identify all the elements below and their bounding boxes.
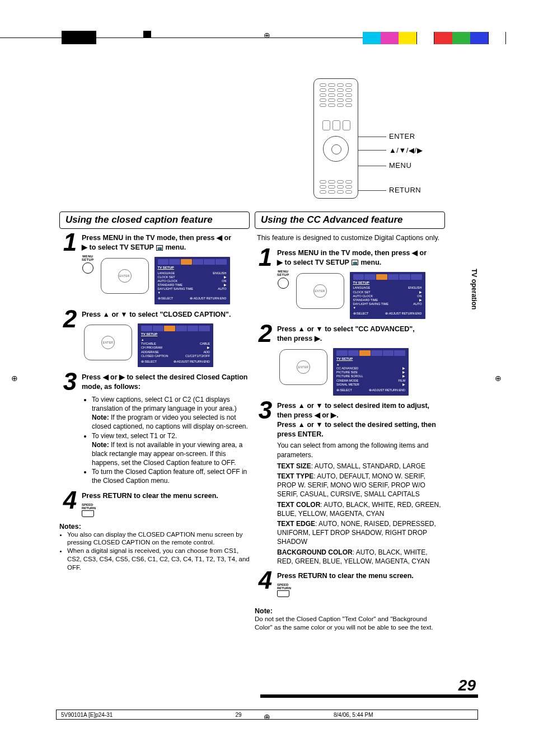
r-step3-l1: Press ▲ or ▼ to select desired item to a… bbox=[277, 402, 429, 419]
note-item: You also can display the CLOSED CAPTION … bbox=[67, 530, 250, 547]
r-step1-text-a: Press MENU in the TV mode, then press ◀ … bbox=[277, 249, 427, 257]
note-text: Do not set the Closed Caption "Text Colo… bbox=[255, 615, 445, 632]
left-step-3: 3 Press ◀ or ▶ to select the desired Clo… bbox=[59, 373, 250, 486]
left-step-1: 1 Press MENU in the TV mode, then press … bbox=[59, 233, 250, 304]
left-section-title: Using the closed caption feature bbox=[59, 212, 250, 229]
r-step1-text-c: menu. bbox=[359, 259, 381, 266]
right-column: Using the CC Advanced feature This featu… bbox=[255, 212, 445, 632]
r-step2-text-a: Press ▲ or ▼ to select "CC ADVANCED", bbox=[277, 325, 415, 333]
step-number: 4 bbox=[255, 568, 276, 593]
step-number: 2 bbox=[59, 307, 81, 331]
bullet: To view text, select T1 or T2. Note: If … bbox=[92, 431, 250, 468]
section-side-tab: TV operation bbox=[470, 269, 478, 309]
remote-return-label: RETURN bbox=[389, 186, 421, 194]
registration-mark-left: ⊕ bbox=[11, 374, 18, 383]
remote-enter-label: ENTER bbox=[389, 132, 415, 140]
color-swatches bbox=[363, 32, 506, 44]
osd-screenshot: TV SETUP ▲ CC ADVANCED▶ PICTURE SIZE▶ PI… bbox=[333, 348, 409, 396]
step4-text: Press RETURN to clear the menu screen. bbox=[82, 491, 250, 501]
right-intro: This feature is designed to customize Di… bbox=[257, 233, 443, 243]
step-number: 1 bbox=[59, 230, 81, 255]
footer-page: 29 bbox=[205, 712, 272, 718]
right-step-2: 2 Press ▲ or ▼ to select "CC ADVANCED", … bbox=[255, 325, 445, 396]
r-step3-body: You can select from among the following … bbox=[277, 441, 445, 459]
step-number: 4 bbox=[59, 488, 81, 513]
step-number: 3 bbox=[59, 369, 81, 394]
right-step-1: 1 Press MENU in the TV mode, then press … bbox=[255, 248, 445, 320]
menu-setup-button-icon: MENU SETUP bbox=[277, 270, 289, 289]
note-heading: Note: bbox=[255, 607, 445, 615]
step3-heading: Press ◀ or ▶ to select the desired Close… bbox=[82, 373, 250, 392]
step1-text-a: Press MENU in the TV mode, then press ◀ … bbox=[82, 234, 231, 242]
note-item: When a digital signal is received, you c… bbox=[67, 547, 250, 572]
return-button-icon: SPEED RETURN bbox=[277, 583, 291, 597]
step-number: 1 bbox=[255, 245, 276, 270]
registration-mark-top: ⊕ bbox=[264, 31, 270, 40]
bullet: To view captions, select C1 or C2 (C1 di… bbox=[92, 395, 250, 431]
dpad-icon bbox=[296, 273, 344, 309]
footer-file: 5V90101A [E]p24-31 bbox=[57, 712, 205, 718]
r-step2-text-b: then press ▶. bbox=[277, 335, 322, 342]
step-number: 2 bbox=[255, 321, 276, 346]
dpad-icon bbox=[279, 349, 327, 385]
step-number: 3 bbox=[255, 398, 276, 422]
parameters-list: TEXT SIZE: AUTO, SMALL, STANDARD, LARGE … bbox=[277, 462, 445, 566]
dpad-icon bbox=[101, 258, 149, 294]
step1-text-c: menu. bbox=[163, 243, 186, 251]
r-step4-text: Press RETURN to clear the menu screen. bbox=[277, 571, 445, 581]
remote-menu-label: MENU bbox=[389, 161, 411, 170]
notes-heading: Notes: bbox=[59, 523, 250, 530]
dpad-icon bbox=[84, 325, 132, 360]
left-step-2: 2 Press ▲ or ▼ to select "CLOSED CAPTION… bbox=[59, 310, 250, 368]
tv-icon: 📺 bbox=[352, 260, 358, 265]
registration-mark-right: ⊕ bbox=[495, 374, 502, 383]
right-step-3: 3 Press ▲ or ▼ to select desired item to… bbox=[255, 401, 445, 566]
return-button-icon: SPEED RETURN bbox=[82, 503, 96, 517]
footer-black-bar bbox=[260, 694, 478, 698]
r-step3-l2: Press ▲ or ▼ to select the desired setti… bbox=[277, 421, 436, 438]
right-section-title: Using the CC Advanced feature bbox=[255, 212, 445, 229]
tv-icon: 📺 bbox=[156, 245, 163, 251]
remote-arrows-label: ▲/▼/◀/▶ bbox=[389, 146, 423, 154]
osd-screenshot: TV SETUP ▲ TV/CABLECABLE CH PROGRAM▶ ADD… bbox=[138, 323, 213, 367]
page-number: 29 bbox=[458, 677, 476, 694]
osd-screenshot: TV SETUP LANGUAGEENGLISH CLOCK SET▶ AUTO… bbox=[350, 272, 425, 320]
footer-date: 8/4/06, 5:44 PM bbox=[272, 712, 477, 718]
crop-mark-small bbox=[143, 31, 151, 37]
step1-text-b: ▶ to select TV SETUP bbox=[82, 243, 156, 251]
remote-illustration: ENTER ▲/▼/◀/▶ MENU RETURN bbox=[313, 78, 358, 199]
menu-setup-button-icon: MENU SETUP bbox=[82, 255, 94, 274]
bullet: To turn the Closed Caption feature off, … bbox=[92, 467, 250, 485]
osd-screenshot: TV SETUP LANGUAGEENGLISH CLOCK SET▶ AUTO… bbox=[154, 257, 230, 304]
step2-text: Press ▲ or ▼ to select "CLOSED CAPTION". bbox=[82, 310, 250, 320]
print-footer-strip: 5V90101A [E]p24-31 29 8/4/06, 5:44 PM bbox=[56, 710, 478, 720]
right-step-4: 4 Press RETURN to clear the menu screen.… bbox=[255, 571, 445, 597]
r-step1-text-b: ▶ to select TV SETUP bbox=[277, 259, 351, 266]
left-step-4: 4 Press RETURN to clear the menu screen.… bbox=[59, 491, 250, 517]
left-column: Using the closed caption feature 1 Press… bbox=[59, 212, 250, 572]
